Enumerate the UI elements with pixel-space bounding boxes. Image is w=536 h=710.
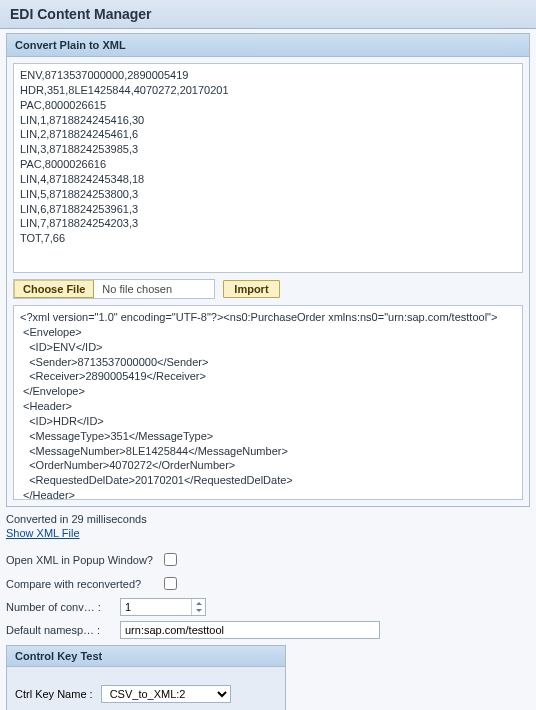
import-button[interactable]: Import bbox=[223, 280, 279, 298]
namespace-row: Default namesp… : bbox=[6, 621, 530, 639]
popup-checkbox[interactable] bbox=[164, 553, 177, 566]
numconv-label: Number of conv… : bbox=[6, 601, 116, 613]
app-title: EDI Content Manager bbox=[0, 0, 536, 29]
numconv-wrap bbox=[120, 598, 206, 616]
compare-label: Compare with reconverted? bbox=[6, 578, 156, 590]
page-body: Convert Plain to XML Choose File No file… bbox=[0, 29, 536, 710]
control-key-panel: Control Key Test Ctrl Key Name : CSV_to_… bbox=[6, 645, 286, 710]
control-key-title: Control Key Test bbox=[7, 646, 285, 667]
file-chosen-label: No file chosen bbox=[94, 283, 214, 295]
file-row: Choose File No file chosen Import bbox=[13, 279, 523, 299]
compare-row: Compare with reconverted? bbox=[6, 574, 530, 593]
compare-checkbox[interactable] bbox=[164, 577, 177, 590]
stepper-icon[interactable] bbox=[191, 599, 205, 615]
ctrlkey-row: Ctrl Key Name : CSV_to_XML:2 bbox=[15, 685, 277, 703]
status-text: Converted in 29 milliseconds bbox=[6, 513, 530, 525]
file-chooser[interactable]: Choose File No file chosen bbox=[13, 279, 215, 299]
numconv-row: Number of conv… : bbox=[6, 598, 530, 616]
choose-file-button[interactable]: Choose File bbox=[14, 280, 94, 298]
plain-input[interactable] bbox=[13, 63, 523, 273]
namespace-input[interactable] bbox=[120, 621, 380, 639]
show-xml-link[interactable]: Show XML File bbox=[6, 527, 80, 539]
namespace-label: Default namesp… : bbox=[6, 624, 116, 636]
popup-label: Open XML in Popup Window? bbox=[6, 554, 156, 566]
panel-title: Convert Plain to XML bbox=[7, 34, 529, 57]
popup-row: Open XML in Popup Window? bbox=[6, 550, 530, 569]
ctrlkey-select[interactable]: CSV_to_XML:2 bbox=[101, 685, 231, 703]
xml-output[interactable]: <?xml version="1.0" encoding="UTF-8"?><n… bbox=[13, 305, 523, 500]
convert-panel: Convert Plain to XML Choose File No file… bbox=[6, 33, 530, 507]
ctrlkey-label: Ctrl Key Name : bbox=[15, 688, 93, 700]
numconv-input[interactable] bbox=[121, 599, 191, 615]
